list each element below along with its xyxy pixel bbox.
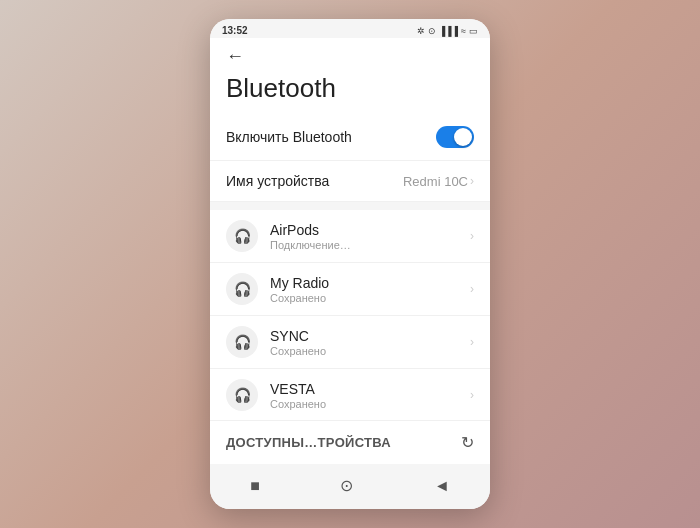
device-status: Сохранено xyxy=(270,345,470,357)
device-name: My Radio xyxy=(270,275,470,291)
list-item[interactable]: 🎧 My Radio Сохранено › xyxy=(210,263,490,316)
wifi-icon: ≈ xyxy=(461,26,466,36)
back-nav-button[interactable]: ◄ xyxy=(422,473,462,499)
refresh-icon[interactable]: ↻ xyxy=(461,433,474,452)
toggle-thumb xyxy=(454,128,472,146)
device-list: 🎧 AirPods Подключение… › 🎧 My Radio Сохр… xyxy=(210,210,490,420)
device-name-chevron: › xyxy=(470,174,474,188)
device-status: Сохранено xyxy=(270,398,470,410)
device-info: SYNC Сохранено xyxy=(270,328,470,357)
bluetooth-status-icon: ✲ xyxy=(417,26,425,36)
bluetooth-toggle-row[interactable]: Включить Bluetooth xyxy=(210,114,490,161)
available-devices-label: ДОСТУПНЫ…ТРОЙСТВА xyxy=(226,435,391,450)
device-name: SYNC xyxy=(270,328,470,344)
page-title: Bluetooth xyxy=(210,71,490,114)
available-devices-section: ДОСТУПНЫ…ТРОЙСТВА ↻ xyxy=(210,420,490,464)
device-name-row[interactable]: Имя устройства Redmi 10C › xyxy=(210,161,490,202)
section-divider xyxy=(210,202,490,210)
device-status: Подключение… xyxy=(270,239,470,251)
bluetooth-toggle[interactable] xyxy=(436,126,474,148)
battery-icon: ▭ xyxy=(469,26,478,36)
item-chevron: › xyxy=(470,282,474,296)
status-bar: 13:52 ✲ ⊙ ▐▐▐ ≈ ▭ xyxy=(210,19,490,38)
item-chevron: › xyxy=(470,335,474,349)
headphones-icon: 🎧 xyxy=(226,220,258,252)
list-item[interactable]: 🎧 AirPods Подключение… › xyxy=(210,210,490,263)
headphones-icon: 🎧 xyxy=(226,379,258,411)
list-item[interactable]: 🎧 VESTA Сохранено › xyxy=(210,369,490,420)
device-name-text: Redmi 10C xyxy=(403,174,468,189)
device-name: VESTA xyxy=(270,381,470,397)
list-item[interactable]: 🎧 SYNC Сохранено › xyxy=(210,316,490,369)
stop-button[interactable]: ■ xyxy=(238,473,272,499)
back-button[interactable]: ← xyxy=(210,38,490,71)
device-name: AirPods xyxy=(270,222,470,238)
phone-frame: 13:52 ✲ ⊙ ▐▐▐ ≈ ▭ ← Bluetooth Включить B… xyxy=(210,19,490,509)
item-chevron: › xyxy=(470,388,474,402)
main-content: ← Bluetooth Включить Bluetooth Имя устро… xyxy=(210,38,490,464)
device-info: VESTA Сохранено xyxy=(270,381,470,410)
device-status: Сохранено xyxy=(270,292,470,304)
signal-icon: ▐▐▐ xyxy=(439,26,458,36)
device-info: My Radio Сохранено xyxy=(270,275,470,304)
device-name-value: Redmi 10C › xyxy=(403,174,474,189)
home-button[interactable]: ⊙ xyxy=(328,472,365,499)
status-icons: ✲ ⊙ ▐▐▐ ≈ ▭ xyxy=(417,26,478,36)
nav-bar: ■ ⊙ ◄ xyxy=(210,464,490,509)
status-time: 13:52 xyxy=(222,25,248,36)
device-name-label: Имя устройства xyxy=(226,173,329,189)
headphones-icon: 🎧 xyxy=(226,273,258,305)
device-info: AirPods Подключение… xyxy=(270,222,470,251)
headphones-icon: 🎧 xyxy=(226,326,258,358)
alarm-icon: ⊙ xyxy=(428,26,436,36)
item-chevron: › xyxy=(470,229,474,243)
bluetooth-toggle-label: Включить Bluetooth xyxy=(226,129,352,145)
